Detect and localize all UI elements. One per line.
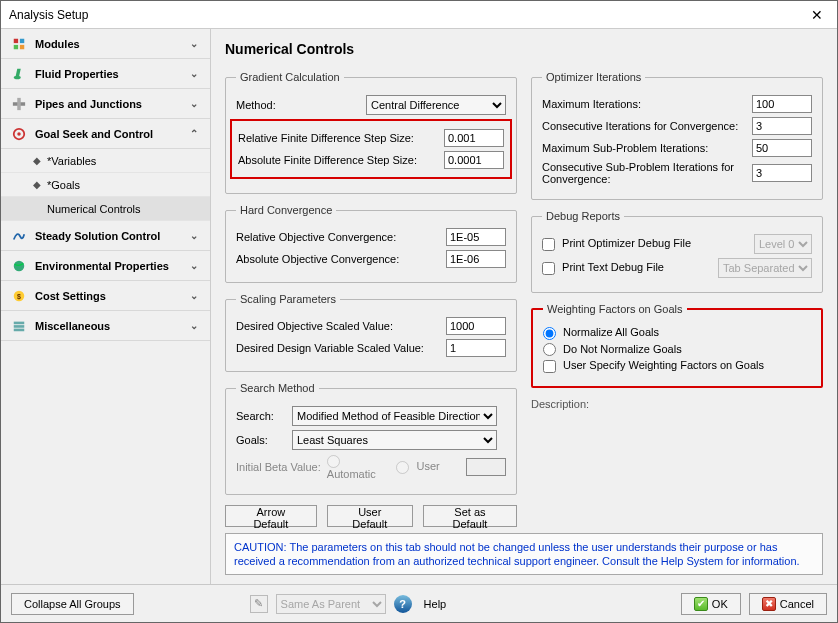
beta-label: Initial Beta Value:: [236, 461, 321, 473]
debug-reports-group: Debug Reports Print Optimizer Debug File…: [531, 210, 823, 293]
sidebar-item-variables[interactable]: ◆ *Variables: [1, 149, 210, 173]
search-method-group: Search Method Search: Modified Method of…: [225, 382, 517, 495]
scaling-legend: Scaling Parameters: [236, 293, 340, 305]
txt-format-select: Tab Separated: [718, 258, 812, 278]
svg-rect-12: [14, 321, 25, 324]
cost-icon: $: [9, 288, 29, 304]
beta-user-radio: User: [396, 460, 460, 474]
svg-rect-1: [20, 38, 24, 42]
method-select[interactable]: Central Difference: [366, 95, 506, 115]
weighting-factors-group: Weighting Factors on Goals Normalize All…: [531, 303, 823, 388]
obj-scaled-label: Desired Objective Scaled Value:: [236, 320, 440, 332]
target-icon: [9, 126, 29, 142]
group-label: Pipes and Junctions: [35, 98, 186, 110]
cancel-button[interactable]: ✖Cancel: [749, 593, 827, 615]
sidebar-group-environmental-properties[interactable]: Environmental Properties ⌄: [1, 251, 210, 281]
search-select[interactable]: Modified Method of Feasible Direction: [292, 406, 497, 426]
misc-icon: [9, 318, 29, 334]
svg-rect-6: [17, 97, 21, 109]
sidebar-group-cost-settings[interactable]: $ Cost Settings ⌄: [1, 281, 210, 311]
beta-auto-radio: Automatic: [327, 454, 391, 480]
window-close-button[interactable]: ✕: [797, 1, 837, 29]
group-label: Environmental Properties: [35, 260, 186, 272]
sidebar-item-label: *Variables: [47, 155, 96, 167]
sidebar-group-modules[interactable]: Modules ⌄: [1, 29, 210, 59]
svg-rect-2: [14, 44, 18, 48]
search-label: Search:: [236, 410, 286, 422]
help-icon: ?: [394, 595, 412, 613]
arrow-default-button[interactable]: Arrow Default: [225, 505, 317, 527]
help-button[interactable]: Help: [420, 593, 451, 615]
max-iter-input[interactable]: [752, 95, 812, 113]
sidebar-group-fluid-properties[interactable]: Fluid Properties ⌄: [1, 59, 210, 89]
print-text-checkbox[interactable]: Print Text Debug File: [542, 261, 712, 275]
normalize-all-radio[interactable]: Normalize All Goals: [543, 326, 659, 338]
max-iter-label: Maximum Iterations:: [542, 98, 746, 110]
abs-step-input[interactable]: [444, 151, 504, 169]
dv-scaled-input[interactable]: [446, 339, 506, 357]
consec-sub-input[interactable]: [752, 164, 812, 182]
dv-scaled-label: Desired Design Variable Scaled Value:: [236, 342, 440, 354]
svg-rect-0: [14, 38, 18, 42]
gradient-legend: Gradient Calculation: [236, 71, 344, 83]
rel-obj-input[interactable]: [446, 228, 506, 246]
print-optimizer-checkbox[interactable]: Print Optimizer Debug File: [542, 237, 748, 251]
group-label: Cost Settings: [35, 290, 186, 302]
sidebar-group-pipes-junctions[interactable]: Pipes and Junctions ⌄: [1, 89, 210, 119]
chevron-down-icon: ⌄: [186, 290, 202, 301]
modules-icon: [9, 36, 29, 52]
abs-step-label: Absolute Finite Difference Step Size:: [238, 154, 438, 166]
check-icon: ✔: [694, 597, 708, 611]
group-label: Miscellaneous: [35, 320, 186, 332]
sidebar-group-steady-solution-control[interactable]: Steady Solution Control ⌄: [1, 221, 210, 251]
user-default-button[interactable]: User Default: [327, 505, 413, 527]
rel-step-label: Relative Finite Difference Step Size:: [238, 132, 438, 144]
bullet-icon: ◆: [33, 179, 47, 190]
globe-icon: [9, 258, 29, 274]
group-label: Steady Solution Control: [35, 230, 186, 242]
abs-obj-input[interactable]: [446, 250, 506, 268]
hard-convergence-group: Hard Convergence Relative Objective Conv…: [225, 204, 517, 283]
ok-button[interactable]: ✔OK: [681, 593, 741, 615]
group-label: Modules: [35, 38, 186, 50]
rel-obj-label: Relative Objective Convergence:: [236, 231, 440, 243]
do-not-normalize-radio[interactable]: Do Not Normalize Goals: [543, 343, 682, 355]
obj-scaled-input[interactable]: [446, 317, 506, 335]
consec-conv-input[interactable]: [752, 117, 812, 135]
abs-obj-label: Absolute Objective Convergence:: [236, 253, 440, 265]
svg-rect-13: [14, 325, 25, 328]
weighting-legend: Weighting Factors on Goals: [543, 303, 687, 315]
fluid-icon: [9, 66, 29, 82]
sidebar-group-goal-seek-control[interactable]: Goal Seek and Control ⌃: [1, 119, 210, 149]
max-sub-input[interactable]: [752, 139, 812, 157]
sidebar-item-numerical-controls[interactable]: Numerical Controls: [1, 197, 210, 221]
sidebar-item-label: Numerical Controls: [47, 203, 141, 215]
group-label: Fluid Properties: [35, 68, 186, 80]
scaling-parameters-group: Scaling Parameters Desired Objective Sca…: [225, 293, 517, 372]
description-label: Description:: [531, 398, 823, 410]
pipes-icon: [9, 96, 29, 112]
set-as-default-button[interactable]: Set as Default: [423, 505, 517, 527]
titlebar: Analysis Setup ✕: [1, 1, 837, 29]
max-sub-label: Maximum Sub-Problem Iterations:: [542, 142, 746, 154]
chevron-down-icon: ⌄: [186, 68, 202, 79]
finite-diff-highlight: Relative Finite Difference Step Size: Ab…: [230, 119, 512, 179]
same-as-parent-select: Same As Parent: [276, 594, 386, 614]
chevron-down-icon: ⌄: [186, 98, 202, 109]
optimizer-iterations-group: Optimizer Iterations Maximum Iterations:…: [531, 71, 823, 200]
consec-conv-label: Consecutive Iterations for Convergence:: [542, 120, 746, 132]
chevron-down-icon: ⌄: [186, 230, 202, 241]
rel-step-input[interactable]: [444, 129, 504, 147]
hard-conv-legend: Hard Convergence: [236, 204, 336, 216]
consec-sub-label: Consecutive Sub-Problem Iterations for C…: [542, 161, 746, 185]
window-title: Analysis Setup: [9, 8, 88, 22]
chevron-down-icon: ⌄: [186, 320, 202, 331]
sidebar-item-goals[interactable]: ◆ *Goals: [1, 173, 210, 197]
footer: Collapse All Groups ✎ Same As Parent ? H…: [1, 584, 837, 622]
user-specify-checkbox[interactable]: User Specify Weighting Factors on Goals: [543, 359, 764, 371]
sidebar-group-miscellaneous[interactable]: Miscellaneous ⌄: [1, 311, 210, 341]
bullet-icon: ◆: [33, 155, 47, 166]
collapse-all-groups-button[interactable]: Collapse All Groups: [11, 593, 134, 615]
goals-select[interactable]: Least Squares: [292, 430, 497, 450]
edit-icon: ✎: [250, 595, 268, 613]
